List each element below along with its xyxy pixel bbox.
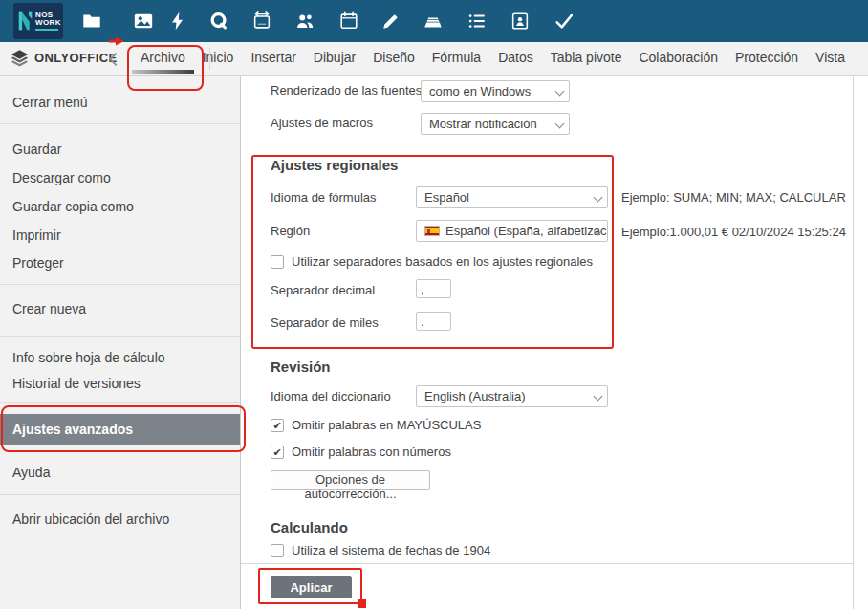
spain-flag-icon	[424, 226, 440, 236]
sidebar-item-descargar-como[interactable]: Descargar como	[12, 169, 111, 186]
sidebar-item-proteger[interactable]: Proteger	[12, 254, 64, 272]
chevron-down-icon	[555, 120, 565, 129]
noswork-logo[interactable]: NOS WORK	[13, 3, 63, 39]
contact-card-icon[interactable]	[510, 11, 531, 32]
check-icon[interactable]	[553, 11, 575, 32]
sidebar-divider	[0, 402, 240, 403]
sidebar-item-guardar-copia-como[interactable]: Guardar copia como	[12, 198, 134, 215]
onlyoffice-logo: ONLYOFFICE	[10, 48, 118, 68]
sidebar-item-imprimir[interactable]: Imprimir	[12, 227, 61, 244]
sidebar-item-abrir-ubicacion[interactable]: Abrir ubicación del archivo	[12, 511, 169, 528]
noswork-n-icon	[17, 9, 33, 33]
chevron-down-icon	[555, 87, 565, 97]
region-value: Español (España, alfabetización	[445, 224, 608, 238]
tab-label: Vista	[815, 50, 845, 65]
tab-tabla-pivote[interactable]: Tabla pivote	[542, 42, 631, 75]
tab-label: Tabla pivote	[551, 50, 622, 65]
macros-value: Mostrar notificación	[429, 117, 537, 131]
decimal-separator-input[interactable]	[416, 279, 451, 298]
macros-select[interactable]: Mostrar notificación	[421, 113, 570, 135]
list-icon[interactable]	[467, 11, 488, 32]
menubar: ONLYOFFICE Archivo Inicio Insertar Dibuj…	[0, 42, 868, 76]
font-rendering-value: como en Windows	[429, 84, 531, 98]
content-divider	[241, 563, 854, 564]
folder-icon[interactable]	[81, 11, 102, 32]
calculating-section-title: Calculando	[271, 519, 348, 535]
archive-icon[interactable]	[423, 11, 444, 32]
logo-line2: WORK	[35, 18, 61, 27]
sidebar-item-cerrar-menu[interactable]: Cerrar menú	[12, 94, 88, 111]
sidebar-item-ayuda[interactable]: Ayuda	[12, 464, 50, 481]
tab-formula[interactable]: Fórmula	[423, 42, 489, 75]
advanced-settings-panel: Renderizado de las fuentes como en Windo…	[241, 76, 854, 609]
ignore-numbers-label: Omitir palabras con números	[292, 445, 451, 460]
use-regional-separators-label: Utilizar separadores basados en los ajus…	[292, 254, 593, 270]
sidebar-item-ajustes-avanzados[interactable]: Ajustes avanzados	[0, 414, 240, 445]
sidebar-divider	[0, 123, 240, 124]
bolt-icon[interactable]	[167, 11, 188, 32]
sidebar-divider	[0, 284, 240, 285]
sidebar-item-guardar[interactable]: Guardar	[12, 141, 61, 158]
tab-insertar[interactable]: Insertar	[242, 42, 304, 75]
formula-language-example: Ejemplo: SUMA; MIN; MAX; CALCULAR	[621, 190, 846, 205]
sync-calendar-icon[interactable]	[251, 11, 272, 32]
dictionary-language-value: English (Australia)	[424, 389, 526, 403]
tab-colaboracion[interactable]: Colaboración	[630, 42, 727, 75]
proofing-section-title: Revisión	[271, 359, 331, 375]
tab-label: Colaboración	[639, 50, 718, 65]
region-example: Ejemplo:1.000,01 € 02/10/2024 15:25:24	[621, 225, 846, 239]
font-rendering-select[interactable]: como en Windows	[421, 80, 570, 102]
decimal-separator-label: Separador decimal	[271, 280, 375, 301]
tab-label: Insertar	[250, 50, 295, 65]
sidebar-item-crear-nueva[interactable]: Crear nueva	[12, 300, 86, 317]
region-label: Región	[271, 221, 310, 242]
calendar-icon[interactable]	[338, 11, 359, 32]
brand-label: ONLYOFFICE	[34, 51, 118, 65]
logo-tagline	[35, 29, 58, 31]
dictionary-language-label: Idioma del diccionario	[271, 386, 391, 407]
formula-language-select[interactable]: Español	[416, 186, 608, 208]
chevron-down-icon	[594, 392, 603, 402]
font-rendering-label: Renderizado de las fuentes	[271, 80, 422, 101]
formula-language-value: Español	[424, 190, 469, 205]
region-select[interactable]: Español (España, alfabetización	[416, 220, 608, 242]
ignore-uppercase-checkbox[interactable]	[271, 419, 284, 432]
pencil-icon[interactable]	[380, 11, 401, 32]
tab-strip: Archivo Inicio Insertar Dibujar Diseño F…	[132, 42, 854, 75]
app-window: NOS WORK	[0, 0, 868, 609]
date-1904-label: Utiliza el sistema de fechas de 1904	[292, 543, 490, 558]
autocorrect-options-button[interactable]: Opciones de autocorrección...	[271, 470, 430, 490]
tab-archivo[interactable]: Archivo	[132, 42, 194, 75]
ignore-uppercase-label: Omitir palabras en MAYÚSCULAS	[292, 418, 481, 433]
tab-inicio[interactable]: Inicio	[194, 42, 243, 75]
sidebar-item-historial-de-versiones[interactable]: Historial de versiones	[12, 375, 141, 392]
tab-separator	[209, 48, 210, 70]
macros-label: Ajustes de macros	[271, 113, 373, 134]
tab-proteccion[interactable]: Protección	[727, 42, 807, 75]
tab-label: Fórmula	[432, 50, 481, 65]
dictionary-language-select[interactable]: English (Australia)	[416, 385, 608, 407]
active-tab-underline	[132, 70, 194, 74]
regional-section-title: Ajustes regionales	[271, 157, 398, 173]
ignore-numbers-checkbox[interactable]	[271, 446, 284, 459]
thousands-separator-input[interactable]	[416, 312, 451, 331]
people-icon[interactable]	[294, 11, 315, 32]
topbar: NOS WORK	[0, 0, 868, 42]
q-chat-icon[interactable]	[208, 11, 229, 32]
sidebar-item-info-hoja-de-calculo[interactable]: Info sobre hoja de cálculo	[12, 349, 165, 366]
onlyoffice-layers-icon	[10, 48, 30, 68]
tab-vista[interactable]: Vista	[807, 42, 854, 75]
tab-datos[interactable]: Datos	[489, 42, 542, 75]
apply-button[interactable]: Aplicar	[271, 576, 352, 598]
tab-label: Dibujar	[314, 50, 356, 65]
logo-text: NOS WORK	[35, 11, 61, 31]
chevron-down-icon	[594, 193, 603, 203]
tab-dibujar[interactable]: Dibujar	[305, 42, 364, 75]
gallery-icon[interactable]	[133, 11, 154, 32]
sidebar-divider	[0, 494, 240, 495]
tab-label: Diseño	[373, 50, 415, 65]
formula-language-label: Idioma de fórmulas	[271, 187, 377, 208]
tab-diseno[interactable]: Diseño	[364, 42, 423, 75]
use-regional-separators-checkbox[interactable]	[271, 255, 284, 269]
date-1904-checkbox[interactable]	[271, 544, 284, 557]
